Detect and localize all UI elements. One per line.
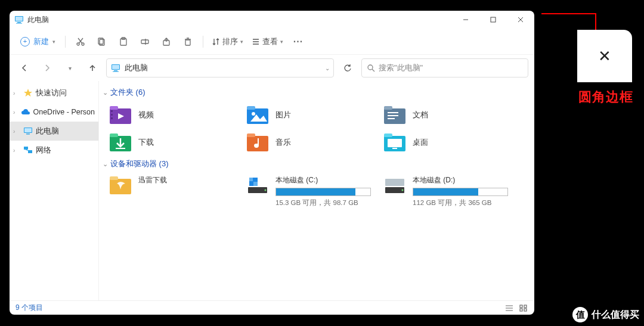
devices-section-title: 设备和驱动器 (3) xyxy=(110,159,169,169)
sidebar-item-onedrive[interactable]: › OneDrive - Person xyxy=(10,103,98,122)
folders-grid: 视频 图片 文档 下载 音乐 xyxy=(103,101,534,156)
rounded-corner-zoom: ✕ xyxy=(577,30,632,82)
address-text: 此电脑 xyxy=(125,63,321,73)
maximize-button[interactable] xyxy=(479,11,507,29)
content-pane: ⌄ 文件夹 (6) 视频 图片 文档 下载 xyxy=(99,81,534,300)
chevron-right-icon: › xyxy=(13,90,20,97)
cut-button[interactable] xyxy=(70,32,91,52)
svg-rect-60 xyxy=(388,139,402,147)
chevron-down-icon: ⌄ xyxy=(103,89,108,97)
navigation-bar: ▾ 此电脑 ⌄ 搜索"此电脑" xyxy=(10,55,534,81)
share-button[interactable] xyxy=(156,32,177,52)
plus-circle-icon: + xyxy=(20,37,30,46)
svg-rect-68 xyxy=(253,178,258,181)
folder-documents[interactable]: 文档 xyxy=(377,101,514,129)
folder-label: 图片 xyxy=(275,110,291,120)
folder-pictures[interactable]: 图片 xyxy=(240,101,377,129)
item-count: 9 个项目 xyxy=(16,303,43,313)
back-button[interactable] xyxy=(16,59,33,77)
svg-rect-64 xyxy=(248,187,267,193)
svg-rect-69 xyxy=(249,182,253,186)
svg-rect-54 xyxy=(110,133,118,137)
svg-rect-61 xyxy=(392,148,397,149)
svg-rect-41 xyxy=(111,110,113,112)
svg-rect-67 xyxy=(249,178,253,181)
devices-grid: 迅雷下载 本地磁盘 (C:) 15.3 GB 可用，共 98.7 GB 本地磁盘… xyxy=(103,173,534,215)
sidebar: › 快速访问 › OneDrive - Person › 此电脑 › 网络 xyxy=(10,81,99,300)
sidebar-item-quick-access[interactable]: › 快速访问 xyxy=(10,83,98,103)
documents-folder-icon xyxy=(383,105,407,125)
arrow-horizontal xyxy=(541,13,595,14)
view-button[interactable]: 查看 ▾ xyxy=(248,34,287,49)
svg-rect-77 xyxy=(520,305,522,308)
statusbar: 9 个项目 xyxy=(10,300,534,315)
cloud-icon xyxy=(21,107,30,117)
chevron-down-icon: ▾ xyxy=(280,39,283,45)
device-thunder[interactable]: 迅雷下载 xyxy=(103,173,240,215)
folder-label: 文档 xyxy=(413,110,428,120)
folder-music[interactable]: 音乐 xyxy=(240,129,377,156)
details-view-button[interactable] xyxy=(504,304,514,312)
refresh-button[interactable] xyxy=(339,59,357,77)
svg-point-46 xyxy=(252,112,255,116)
copy-button[interactable] xyxy=(92,32,112,52)
pictures-folder-icon xyxy=(246,105,270,125)
watermark-text: 什么值得买 xyxy=(592,309,639,321)
svg-rect-59 xyxy=(384,133,392,137)
sidebar-item-this-pc[interactable]: › 此电脑 xyxy=(10,122,98,141)
svg-rect-28 xyxy=(113,72,119,72)
up-button[interactable] xyxy=(83,59,101,77)
svg-rect-79 xyxy=(520,309,522,311)
folder-downloads[interactable]: 下载 xyxy=(103,129,240,156)
svg-rect-51 xyxy=(388,115,398,116)
sidebar-item-network[interactable]: › 网络 xyxy=(10,141,98,160)
chevron-right-icon: › xyxy=(13,109,18,116)
watermark-badge: 值 xyxy=(572,307,588,322)
drive-progress xyxy=(275,188,371,196)
icons-view-button[interactable] xyxy=(519,304,528,312)
chevron-down-icon[interactable]: ⌄ xyxy=(325,65,330,72)
minimize-button[interactable] xyxy=(452,11,479,29)
device-drive-d[interactable]: 本地磁盘 (D:) 112 GB 可用，共 365 GB xyxy=(377,173,514,215)
folder-desktop[interactable]: 桌面 xyxy=(377,129,514,156)
new-button[interactable]: + 新建 ▾ xyxy=(16,34,60,49)
drive-progress-fill xyxy=(276,188,355,195)
music-folder-icon xyxy=(246,132,270,153)
device-drive-c[interactable]: 本地磁盘 (C:) 15.3 GB 可用，共 98.7 GB xyxy=(240,173,377,215)
chevron-right-icon: › xyxy=(13,147,20,154)
folders-section-header[interactable]: ⌄ 文件夹 (6) xyxy=(103,85,534,101)
svg-rect-26 xyxy=(112,65,119,69)
search-placeholder: 搜索"此电脑" xyxy=(379,63,423,73)
list-icon xyxy=(252,38,260,46)
recent-button[interactable]: ▾ xyxy=(61,59,79,77)
svg-point-65 xyxy=(265,190,267,191)
address-bar[interactable]: 此电脑 ⌄ xyxy=(106,58,334,77)
watermark: 值 什么值得买 xyxy=(572,307,639,322)
search-input[interactable]: 搜索"此电脑" xyxy=(361,58,528,77)
folder-videos[interactable]: 视频 xyxy=(103,101,240,129)
sort-button[interactable]: 排序 ▾ xyxy=(208,34,247,49)
svg-rect-63 xyxy=(110,176,118,180)
rename-button[interactable] xyxy=(135,32,155,52)
svg-rect-78 xyxy=(524,305,527,308)
more-button[interactable]: ··· xyxy=(288,32,308,52)
devices-section-header[interactable]: ⌄ 设备和驱动器 (3) xyxy=(103,156,534,173)
sort-icon xyxy=(212,38,220,46)
chevron-right-icon: › xyxy=(13,128,20,135)
forward-button[interactable] xyxy=(38,59,56,77)
svg-rect-49 xyxy=(384,106,392,110)
delete-button[interactable] xyxy=(178,32,198,52)
sidebar-label: 此电脑 xyxy=(36,126,59,136)
folder-label: 桌面 xyxy=(413,138,428,148)
device-label: 本地磁盘 (D:) xyxy=(413,175,508,185)
svg-rect-35 xyxy=(24,147,28,150)
sidebar-label: 网络 xyxy=(36,145,51,156)
svg-rect-73 xyxy=(385,179,404,186)
desktop-folder-icon xyxy=(383,132,407,153)
svg-rect-71 xyxy=(385,187,404,193)
device-label: 本地磁盘 (C:) xyxy=(275,175,371,185)
paste-button[interactable] xyxy=(113,32,134,52)
close-button[interactable] xyxy=(507,11,534,29)
network-icon xyxy=(23,145,33,156)
svg-point-72 xyxy=(402,190,404,191)
